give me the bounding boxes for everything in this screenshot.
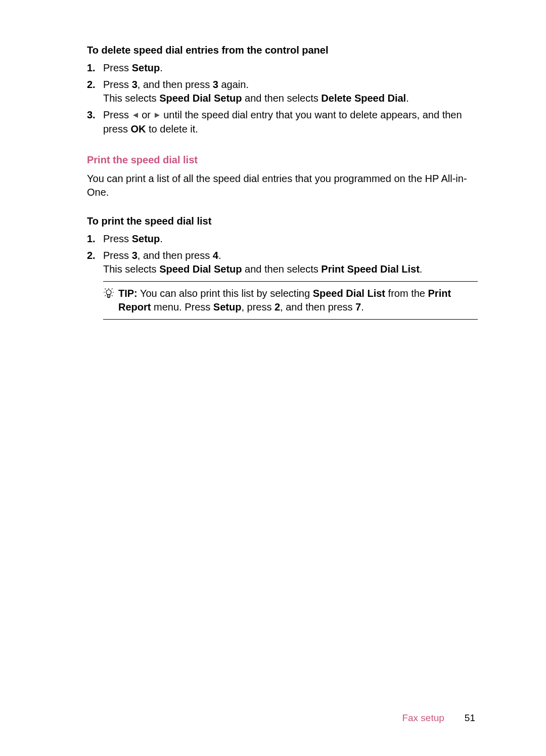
bold: Speed Dial Setup — [159, 263, 242, 275]
text: and then selects — [242, 263, 322, 275]
step-item: 1. Press Setup. — [87, 61, 478, 75]
text: Press — [103, 233, 132, 244]
steps-print-speed-dial: 1. Press Setup. 2. Press 3, and then pre… — [87, 232, 478, 276]
step-item: 3. Press or until the speed dial entry t… — [87, 108, 478, 136]
page-number: 51 — [465, 711, 475, 725]
step-body: Press 3, and then press 4. This selects … — [103, 249, 478, 276]
step-item: 2. Press 3, and then press 4. This selec… — [87, 249, 478, 276]
paragraph: You can print a list of all the speed di… — [87, 172, 478, 199]
text: . — [218, 250, 221, 261]
heading-print-speed-dial-list: Print the speed dial list — [87, 153, 478, 167]
svg-line-9 — [112, 295, 113, 296]
step-number: 2. — [87, 78, 103, 105]
svg-marker-1 — [155, 113, 160, 118]
step-item: 1. Press Setup. — [87, 232, 478, 246]
arrow-right-icon — [154, 109, 161, 122]
bold: Setup — [132, 62, 160, 73]
bold: Setup — [132, 233, 160, 244]
bold: 3 — [213, 79, 218, 90]
bold: 3 — [132, 250, 138, 261]
bold: Speed Dial List — [313, 288, 385, 299]
text: menu. Press — [151, 301, 213, 313]
tip-callout: TIP: You can also print this list by sel… — [103, 281, 478, 320]
text: . — [160, 62, 163, 73]
svg-rect-10 — [108, 295, 110, 297]
bold: Delete Speed Dial — [321, 93, 406, 104]
bold: 2 — [275, 301, 280, 313]
text: . — [406, 93, 409, 104]
page-footer: Fax setup 51 — [402, 711, 475, 725]
step-item: 2. Press 3, and then press 3 again. This… — [87, 78, 478, 105]
text: Press — [103, 250, 132, 261]
bold: 7 — [355, 301, 361, 313]
text: . — [420, 263, 423, 275]
steps-delete-speed-dial: 1. Press Setup. 2. Press 3, and then pre… — [87, 61, 478, 136]
lightbulb-icon — [103, 288, 114, 299]
text: Press — [103, 109, 132, 120]
step-body: Press Setup. — [103, 61, 478, 75]
text: . — [361, 301, 364, 313]
heading-to-print-speed-dial-list: To print the speed dial list — [87, 214, 478, 228]
tip-text: TIP: You can also print this list by sel… — [118, 287, 478, 314]
page-content: To delete speed dial entries from the co… — [0, 0, 546, 320]
footer-section-label: Fax setup — [402, 711, 444, 725]
step-number: 1. — [87, 61, 103, 75]
step-number: 3. — [87, 108, 103, 136]
step-number: 2. — [87, 249, 103, 276]
bold: OK — [130, 123, 146, 135]
step-body: Press 3, and then press 3 again. This se… — [103, 78, 478, 105]
text: Press — [103, 79, 132, 90]
text: to delete it. — [146, 123, 198, 135]
text: You can also print this list by selectin… — [138, 288, 313, 299]
step-number: 1. — [87, 232, 103, 246]
svg-line-7 — [112, 289, 113, 290]
step-body: Press Setup. — [103, 232, 478, 246]
tip-label: TIP: — [118, 288, 138, 299]
svg-point-2 — [106, 290, 111, 295]
text: again. — [218, 79, 249, 90]
text: , and then press — [280, 301, 355, 313]
svg-marker-0 — [133, 113, 138, 118]
step-body: Press or until the speed dial entry that… — [103, 108, 478, 136]
heading-delete-speed-dial: To delete speed dial entries from the co… — [87, 43, 478, 57]
svg-line-8 — [105, 295, 106, 296]
text: This selects — [103, 263, 159, 275]
bold: 4 — [213, 250, 218, 261]
bold: Setup — [213, 301, 242, 313]
text: from the — [385, 288, 428, 299]
text: or — [139, 109, 154, 120]
text: . — [160, 233, 163, 244]
text: and then selects — [242, 93, 322, 104]
arrow-left-icon — [132, 109, 139, 122]
text: Press — [103, 62, 132, 73]
text: , press — [241, 301, 275, 313]
text: , and then press — [138, 250, 213, 261]
bold: Print Speed Dial List — [321, 263, 419, 275]
svg-line-6 — [105, 289, 106, 290]
bold: 3 — [132, 79, 138, 90]
bold: Speed Dial Setup — [159, 93, 242, 104]
text: This selects — [103, 93, 159, 104]
text: , and then press — [138, 79, 213, 90]
